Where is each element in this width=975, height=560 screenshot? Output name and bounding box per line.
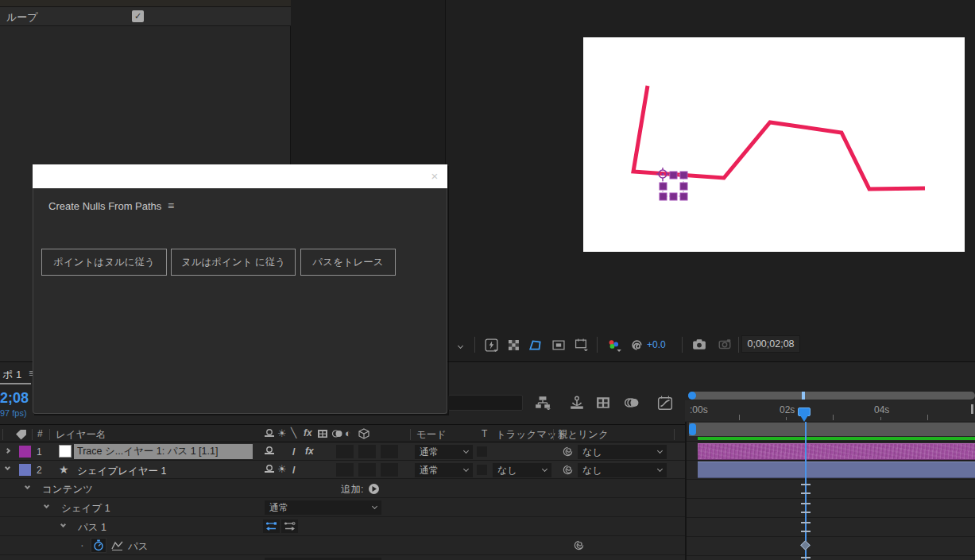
parent-pickwhip[interactable] bbox=[560, 463, 575, 477]
collapse-chevron-icon[interactable] bbox=[44, 503, 49, 508]
graph-editor-set-button[interactable] bbox=[110, 539, 124, 551]
motion-blur-button[interactable] bbox=[621, 394, 640, 411]
blend-mode-dropdown[interactable]: 通常 bbox=[415, 445, 473, 459]
t-column-header[interactable]: T bbox=[482, 428, 487, 439]
parent-dropdown[interactable]: なし bbox=[578, 463, 667, 477]
exposure-value[interactable]: +0.0 bbox=[647, 339, 666, 350]
switch-cell[interactable] bbox=[381, 463, 398, 477]
track-matte-dropdown[interactable]: なし bbox=[493, 463, 551, 477]
collapse-chevron-icon[interactable] bbox=[5, 465, 10, 470]
create-nulls-dialog[interactable]: × Create Nulls From Paths ≡ ポイントはヌルに従う ヌ… bbox=[33, 164, 447, 414]
navigator-start-handle[interactable] bbox=[688, 392, 696, 400]
trace-path-button[interactable]: パスをトレース bbox=[300, 249, 396, 276]
path1-label[interactable]: パス 1 bbox=[78, 521, 106, 535]
dialog-title-bar[interactable]: × bbox=[33, 164, 447, 188]
switch-cell[interactable] bbox=[381, 445, 398, 458]
layer-name-column-header[interactable]: レイヤー名 bbox=[56, 428, 106, 442]
contents-property-row[interactable]: コンテンツ 追加: bbox=[0, 479, 685, 498]
track-matte-column-header[interactable]: トラックマット bbox=[496, 428, 567, 442]
layer-name[interactable]: シェイプレイヤー 1 bbox=[77, 465, 166, 478]
index-column-header[interactable]: # bbox=[37, 428, 43, 439]
current-timecode-display[interactable]: 2;08 bbox=[0, 390, 29, 407]
dialog-close-button[interactable]: × bbox=[428, 168, 442, 183]
stopwatch-button[interactable] bbox=[91, 538, 106, 553]
quality-switch[interactable]: / bbox=[292, 446, 296, 458]
time-ruler[interactable]: :00s 02s 04s bbox=[685, 400, 975, 421]
fx-switch[interactable]: fx bbox=[305, 446, 314, 457]
loop-checkbox[interactable]: ✓ bbox=[132, 10, 144, 22]
shape1-label[interactable]: シェイプ 1 bbox=[61, 502, 110, 516]
path-property-row[interactable]: · パス bbox=[0, 536, 685, 555]
3d-layer-column-icon[interactable] bbox=[358, 427, 370, 440]
keyframe-ibeam-marker[interactable] bbox=[801, 557, 811, 560]
path-label[interactable]: パス bbox=[128, 540, 149, 554]
shy-switch[interactable] bbox=[263, 445, 276, 458]
work-area-bar[interactable] bbox=[689, 423, 975, 436]
collapse-chevron-icon[interactable] bbox=[25, 484, 30, 489]
playhead-marker[interactable] bbox=[798, 407, 811, 423]
timeline-search-input[interactable] bbox=[448, 395, 523, 411]
frame-blend-column-icon[interactable] bbox=[316, 427, 329, 440]
switch-cell[interactable] bbox=[336, 463, 354, 477]
path-direction-out-button[interactable] bbox=[281, 519, 298, 533]
layer2-duration-bar[interactable] bbox=[698, 462, 975, 478]
switch-cell[interactable] bbox=[358, 445, 376, 458]
add-shape-button[interactable] bbox=[367, 482, 380, 495]
shy-switch[interactable] bbox=[263, 463, 276, 476]
shape1-property-row[interactable]: シェイプ 1 通常 bbox=[0, 498, 685, 517]
collapse-column-icon[interactable]: ☀ bbox=[277, 427, 287, 439]
shape-path-artwork[interactable] bbox=[583, 37, 965, 252]
adjustment-layer-column-icon[interactable]: ◐ bbox=[345, 427, 351, 439]
layer-row-2[interactable]: 2 ★ シェイプレイヤー 1 ☀ / 通常 なし bbox=[0, 461, 685, 479]
layer1-duration-bar[interactable] bbox=[698, 443, 975, 460]
viewer-timecode[interactable]: 0;00;02;08 bbox=[741, 335, 800, 353]
label-color-column-header[interactable] bbox=[14, 428, 28, 440]
work-area-start-handle[interactable] bbox=[689, 423, 696, 435]
motion-blur-column-icon[interactable] bbox=[331, 427, 343, 440]
track-matte-toggle[interactable] bbox=[477, 446, 487, 457]
parent-pickwhip[interactable] bbox=[560, 445, 575, 458]
fx-column-icon[interactable]: fx bbox=[304, 427, 312, 438]
timeline-comp-tab[interactable]: ポ 1 bbox=[2, 368, 21, 382]
switch-cell[interactable] bbox=[358, 463, 376, 477]
keyframe-diamond[interactable] bbox=[800, 540, 811, 550]
draft-3d-button[interactable] bbox=[567, 394, 587, 411]
keyframe-ibeam-marker[interactable] bbox=[801, 484, 811, 494]
keyframe-ibeam-marker[interactable] bbox=[801, 522, 811, 532]
resolution-button[interactable] bbox=[627, 336, 646, 353]
layer-label-color[interactable] bbox=[19, 446, 31, 458]
collapse-transformations-switch[interactable]: ☀ bbox=[277, 463, 287, 475]
frame-blending-button[interactable] bbox=[594, 394, 613, 411]
keyframe-nav-dot[interactable]: · bbox=[80, 539, 84, 551]
shy-column-icon[interactable] bbox=[263, 427, 276, 440]
parent-link-column-header[interactable]: 親とリンク bbox=[558, 428, 609, 442]
collapse-chevron-icon[interactable] bbox=[60, 522, 66, 527]
parent-dropdown[interactable]: なし bbox=[578, 445, 667, 459]
quality-switch[interactable]: / bbox=[292, 464, 296, 476]
channel-rgb-button[interactable] bbox=[603, 336, 625, 353]
transparency-grid-button[interactable] bbox=[504, 336, 523, 353]
expand-chevron-icon[interactable] bbox=[5, 448, 10, 454]
fast-preview-button[interactable] bbox=[482, 336, 501, 353]
grid-guides-button[interactable] bbox=[571, 336, 593, 353]
mode-column-header[interactable]: モード bbox=[416, 428, 447, 442]
mask-path-visibility-button[interactable] bbox=[525, 336, 546, 353]
time-navigator-bar[interactable] bbox=[688, 392, 975, 400]
partial-property-row[interactable]: 通常 bbox=[0, 555, 685, 560]
property-pickwhip[interactable] bbox=[571, 539, 586, 552]
dialog-panel-menu-icon[interactable]: ≡ bbox=[168, 199, 174, 212]
path-direction-in-button[interactable] bbox=[263, 519, 280, 533]
shape-blend-mode-dropdown[interactable]: 通常 bbox=[265, 500, 381, 515]
layer-label-color[interactable] bbox=[19, 464, 31, 476]
quality-column-icon[interactable]: ╲ bbox=[291, 427, 296, 438]
composition-mini-flowchart-button[interactable] bbox=[532, 394, 553, 411]
switch-cell[interactable] bbox=[336, 445, 354, 458]
layer-name-selected[interactable]: Trace シ...イヤー 1: パス 1 [1.1] bbox=[74, 444, 253, 459]
layer-row-1[interactable]: 1 Trace シ...イヤー 1: パス 1 [1.1] / fx 通常 bbox=[0, 442, 685, 461]
graph-editor-button[interactable] bbox=[655, 394, 675, 411]
blend-mode-dropdown[interactable]: 通常 bbox=[415, 463, 473, 477]
points-follow-nulls-button[interactable]: ポイントはヌルに従う bbox=[41, 249, 167, 276]
keyframe-ibeam-marker[interactable] bbox=[801, 503, 811, 513]
contents-label[interactable]: コンテンツ bbox=[42, 483, 93, 496]
anchor-point-icon[interactable] bbox=[656, 168, 669, 181]
